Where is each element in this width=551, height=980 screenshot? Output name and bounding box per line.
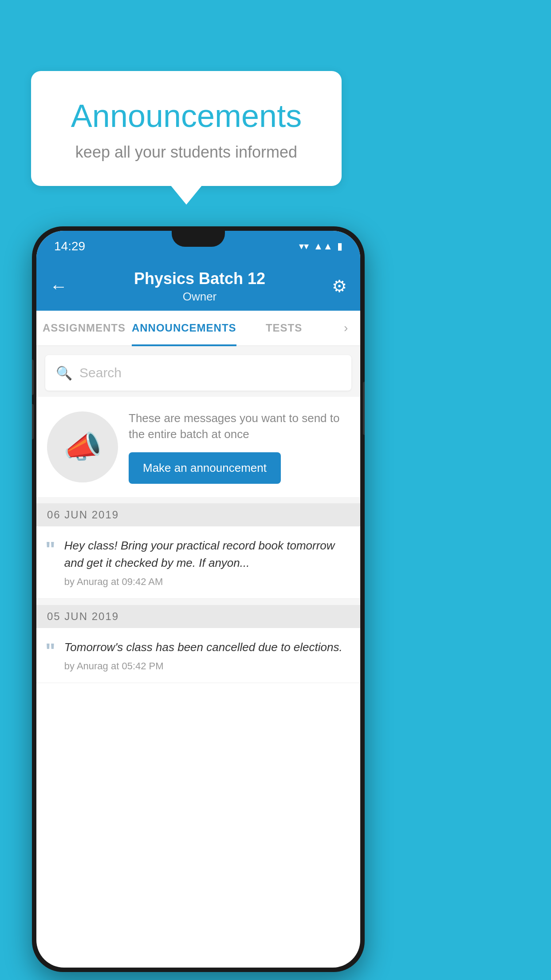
side-volume-down [32, 404, 34, 439]
announcement-message-1: Hey class! Bring your practical record b… [64, 537, 350, 572]
side-power-button [363, 382, 365, 435]
announcement-item-1[interactable]: " Hey class! Bring your practical record… [36, 526, 360, 599]
quote-icon-2: " [45, 640, 55, 662]
date-text-1: 06 JUN 2019 [47, 509, 119, 521]
settings-icon[interactable]: ⚙ [332, 277, 347, 296]
megaphone-icon: 📣 [63, 429, 102, 465]
header-title-group: Physics Batch 12 Owner [134, 269, 265, 304]
status-bar: 14:29 ▾▾ ▲▲ ▮ [36, 231, 360, 262]
tab-tests[interactable]: TESTS [236, 311, 332, 345]
status-time: 14:29 [54, 239, 85, 253]
announcement-message-2: Tomorrow's class has been cancelled due … [64, 639, 350, 656]
announcement-item-2[interactable]: " Tomorrow's class has been cancelled du… [36, 628, 360, 683]
owner-subtitle: Owner [134, 290, 265, 304]
app-header: ← Physics Batch 12 Owner ⚙ [36, 262, 360, 311]
back-button[interactable]: ← [50, 277, 67, 296]
announcement-meta-1: by Anurag at 09:42 AM [64, 576, 350, 588]
bubble-subtitle: keep all your students informed [53, 143, 319, 162]
date-text-2: 05 JUN 2019 [47, 610, 119, 622]
announcement-meta-2: by Anurag at 05:42 PM [64, 660, 350, 672]
status-icons: ▾▾ ▲▲ ▮ [299, 241, 342, 252]
promo-icon-circle: 📣 [47, 411, 118, 482]
speech-bubble: Announcements keep all your students inf… [31, 71, 342, 186]
phone-frame: 14:29 ▾▾ ▲▲ ▮ ← Physics Batch 12 Owner ⚙… [32, 226, 365, 972]
search-bar[interactable]: 🔍 Search [45, 355, 351, 391]
quote-icon-1: " [45, 539, 55, 560]
bubble-title: Announcements [53, 98, 319, 134]
make-announcement-button[interactable]: Make an announcement [129, 452, 281, 484]
announcement-promo: 📣 These are messages you want to send to… [36, 397, 360, 497]
promo-text: These are messages you want to send to t… [129, 410, 350, 443]
signal-icon: ▲▲ [313, 241, 333, 252]
announcement-content-2: Tomorrow's class has been cancelled due … [64, 639, 350, 672]
date-separator-1: 06 JUN 2019 [36, 503, 360, 526]
search-placeholder: Search [79, 365, 122, 380]
date-separator-2: 05 JUN 2019 [36, 605, 360, 628]
speech-bubble-container: Announcements keep all your students inf… [31, 71, 342, 186]
phone-screen: 14:29 ▾▾ ▲▲ ▮ ← Physics Batch 12 Owner ⚙… [36, 231, 360, 968]
batch-title: Physics Batch 12 [134, 269, 265, 288]
tab-bar: ASSIGNMENTS ANNOUNCEMENTS TESTS › [36, 311, 360, 346]
promo-right: These are messages you want to send to t… [129, 410, 350, 484]
search-icon: 🔍 [56, 365, 72, 381]
tab-announcements[interactable]: ANNOUNCEMENTS [132, 311, 236, 345]
announcement-content-1: Hey class! Bring your practical record b… [64, 537, 350, 588]
wifi-icon: ▾▾ [299, 241, 309, 252]
tab-more[interactable]: › [332, 311, 360, 345]
tab-assignments[interactable]: ASSIGNMENTS [36, 311, 132, 345]
side-volume-up [32, 360, 34, 395]
battery-icon: ▮ [337, 241, 342, 252]
content-area: 🔍 Search 📣 These are messages you want t… [36, 346, 360, 683]
notch [172, 231, 225, 247]
